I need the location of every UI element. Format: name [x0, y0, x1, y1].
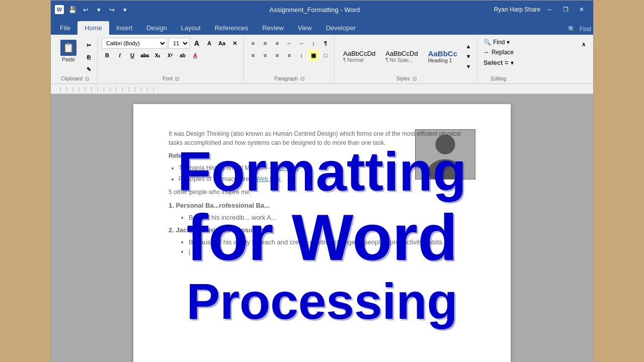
align-right-button[interactable]: ≡: [272, 50, 283, 61]
italic-button[interactable]: I: [114, 50, 125, 61]
person-2-heading: 2. Jack...y Business Consultan...: [169, 225, 475, 235]
share-button[interactable]: Share: [527, 4, 538, 15]
clear-formatting-button[interactable]: ✕: [229, 38, 240, 49]
ribbon: File Home Insert Design Layout Reference…: [51, 19, 593, 35]
subscript-button[interactable]: X₂: [152, 50, 163, 61]
increase-indent-button[interactable]: →: [296, 38, 307, 49]
username: Ryan Harp: [494, 6, 523, 13]
window-controls: ─ ❐ ✕: [542, 4, 589, 16]
sort-button[interactable]: ↕: [308, 38, 319, 49]
tab-view[interactable]: View: [291, 21, 319, 35]
bold-button[interactable]: B: [102, 50, 113, 61]
shading-button[interactable]: ▣: [308, 50, 319, 61]
overlay-line-3: Processing: [186, 274, 457, 329]
decrease-indent-button[interactable]: ←: [284, 38, 295, 49]
underline-button[interactable]: U: [127, 50, 138, 61]
font-color-button[interactable]: A: [190, 50, 201, 61]
restore-button[interactable]: ❐: [558, 4, 573, 16]
tab-design[interactable]: Design: [139, 21, 174, 35]
document-page[interactable]: It was Design Thinking (also known as Hu…: [133, 104, 511, 362]
align-left-button[interactable]: ≡: [248, 50, 259, 61]
ruler-marks: | | | | | | | | | | | | | | | |: [55, 86, 154, 92]
tab-developer[interactable]: Developer: [319, 21, 363, 35]
person-1-bullets: Ba... of his incredib... work A...: [189, 213, 475, 223]
style-heading1[interactable]: AaBbCc Heading 1: [424, 47, 462, 66]
minimize-button[interactable]: ─: [542, 4, 557, 16]
person-2-bullet-1: Because of his ability to teach and crea…: [189, 237, 475, 247]
font-name-select[interactable]: Calibri (Body): [102, 38, 167, 49]
title-bar: W 💾 ↩ ▾ ↪ ▾ Assignment_Formatting - Word…: [51, 1, 593, 19]
justify-button[interactable]: ≡: [284, 50, 295, 61]
replace-icon: ↔: [484, 49, 490, 56]
styles-label: Styles ⊡: [339, 75, 474, 81]
clipboard-label: Clipboard ⊡: [56, 75, 94, 81]
title-bar-left: W 💾 ↩ ▾ ↪ ▾: [55, 4, 135, 15]
tab-review[interactable]: Review: [255, 21, 291, 35]
customize-button[interactable]: ▾: [119, 4, 130, 15]
document-area: It was Design Thinking (also known as Hu…: [51, 94, 593, 362]
styles-expand[interactable]: ⊡: [413, 76, 417, 81]
strikethrough-button[interactable]: abc: [139, 50, 150, 61]
paragraph-expand[interactable]: ⊡: [300, 76, 304, 81]
tab-references[interactable]: References: [208, 21, 255, 35]
reference-link-2[interactable]: Web Link: [256, 175, 281, 183]
line-spacing-button[interactable]: ↕: [296, 50, 307, 61]
redo-button[interactable]: ↪: [106, 4, 117, 15]
superscript-button[interactable]: X²: [165, 50, 176, 61]
paste-button[interactable]: 📋 Paste: [56, 38, 81, 64]
save-button[interactable]: 💾: [67, 4, 78, 15]
paragraph-group: ≡ ≡ ≡ ← → ↕ ¶ ≡ ≡ ≡ ≡ ↕ ▣ □: [245, 37, 335, 82]
shrink-font-button[interactable]: A: [204, 38, 215, 49]
quick-access-toolbar: 💾 ↩ ▾ ↪ ▾: [67, 4, 130, 15]
styles-gallery: AaBbCcDd ¶ Normal AaBbCcDd ¶ No Spac... …: [339, 47, 462, 66]
cut-button[interactable]: ✂: [83, 40, 94, 51]
styles-scroll-up[interactable]: ▲: [463, 41, 474, 51]
clipboard-expand[interactable]: ⊡: [85, 76, 89, 81]
ribbon-body: 📋 Paste ✂ ⎘ ✎ Clipboard ⊡ C: [51, 35, 593, 84]
numbering-button[interactable]: ≡: [260, 38, 271, 49]
style-normal[interactable]: AaBbCcDd ¶ Normal: [339, 47, 380, 65]
word-window: W 💾 ↩ ▾ ↪ ▾ Assignment_Formatting - Word…: [50, 0, 594, 362]
tab-file[interactable]: File: [53, 21, 77, 35]
select-button[interactable]: Select = ▾: [481, 58, 516, 67]
copy-button[interactable]: ⎘: [83, 52, 94, 63]
replace-button[interactable]: ↔ Replace: [481, 48, 516, 57]
format-painter-button[interactable]: ✎: [83, 64, 94, 75]
font-label: Font ⊡: [102, 75, 240, 81]
font-expand[interactable]: ⊡: [175, 76, 179, 81]
reference-item-1: Tasmania History on Bill Mollison – Web …: [179, 163, 475, 172]
tell-me[interactable]: 🔍 Find: [568, 26, 591, 35]
borders-button[interactable]: □: [320, 50, 331, 61]
font-size-select[interactable]: 11: [169, 38, 190, 49]
select-label: Select =: [484, 59, 509, 66]
close-button[interactable]: ✕: [574, 4, 589, 16]
paste-icon: 📋: [60, 40, 76, 56]
tab-insert[interactable]: Insert: [109, 21, 140, 35]
show-marks-button[interactable]: ¶: [320, 38, 331, 49]
grow-font-button[interactable]: A: [191, 38, 202, 49]
inspire-heading: 5 other people who inspire me:: [169, 188, 475, 197]
text-highlight-button[interactable]: ab: [177, 50, 188, 61]
bullets-button[interactable]: ≡: [248, 38, 259, 49]
multilevel-button[interactable]: ≡: [272, 38, 283, 49]
style-no-spacing[interactable]: AaBbCcDd ¶ No Spac...: [381, 47, 422, 65]
find-button[interactable]: 🔍 Find ▾: [481, 38, 512, 47]
replace-label: Replace: [492, 49, 514, 56]
reference-link-1[interactable]: Web Link: [274, 164, 299, 171]
tab-layout[interactable]: Layout: [174, 21, 208, 35]
styles-scroll-down[interactable]: ▼: [463, 51, 474, 61]
undo-dropdown[interactable]: ▾: [93, 4, 104, 15]
editing-label: Editing: [481, 75, 516, 81]
collapse-ribbon-button[interactable]: ∧: [578, 39, 589, 50]
tab-home[interactable]: Home: [77, 21, 109, 35]
editing-group: 🔍 Find ▾ ↔ Replace Select = ▾ Editing: [478, 37, 519, 82]
word-icon: W: [55, 5, 64, 14]
change-case-button[interactable]: Aa: [216, 38, 227, 49]
font-row2: B I U abc X₂ X² ab A: [102, 50, 201, 61]
center-button[interactable]: ≡: [260, 50, 271, 61]
person-1-heading: 1. Personal Ba...rofessional Ba...: [169, 201, 475, 211]
find-icon: 🔍: [484, 39, 491, 46]
styles-more[interactable]: ▾: [463, 61, 474, 71]
paragraph-row1: ≡ ≡ ≡ ← → ↕ ¶: [248, 38, 331, 49]
undo-button[interactable]: ↩: [80, 4, 91, 15]
